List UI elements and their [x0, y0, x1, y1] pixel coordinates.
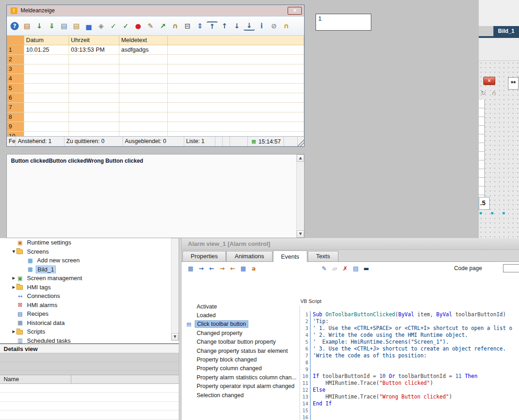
- details-name-column-header[interactable]: Name: [0, 375, 179, 384]
- statistics-list-icon[interactable]: ▅: [83, 21, 94, 32]
- lock-alarm-icon[interactable]: ∩: [170, 21, 181, 32]
- alarm-row[interactable]: 5: [7, 84, 304, 93]
- configuration-dialog-icon[interactable]: ▤: [21, 21, 32, 32]
- export-icon[interactable]: ↗: [157, 21, 168, 32]
- tree-item-historical-data[interactable]: ▦Historical data: [0, 319, 179, 328]
- lock-list-icon[interactable]: ▤: [71, 21, 82, 32]
- alarm-list-icon[interactable]: ↓: [34, 21, 45, 32]
- expand-icon[interactable]: ▶: [11, 285, 16, 289]
- code-line-2[interactable]: 2'Tip:: [300, 318, 519, 325]
- tree-item-hmi-tags[interactable]: ▶HMI tags: [0, 283, 179, 292]
- trace-scrollbar[interactable]: ▲ ▼: [296, 154, 304, 238]
- code-editor[interactable]: 1Sub OnToolbarButtonClicked(ByVal item, …: [300, 306, 519, 420]
- print-icon[interactable]: ⊟: [182, 21, 193, 32]
- code-line-13[interactable]: 13 HMIRuntime.Trace("Wrong Button clicke…: [300, 393, 519, 400]
- alarm-row[interactable]: 9: [7, 122, 304, 132]
- connection-status-icon[interactable]: ▦: [251, 138, 257, 144]
- event-item-property-alarm-statistics-column-chan[interactable]: Property alarm statistics column chan...: [182, 373, 300, 382]
- event-item-property-operator-input-alarm-changed[interactable]: Property operator input alarm changed: [182, 382, 300, 391]
- collapse-icon[interactable]: ▼: [11, 250, 16, 254]
- scroll-down-icon[interactable]: ▼: [171, 333, 178, 340]
- tree-item-connections[interactable]: ↔Connections: [0, 292, 179, 301]
- toolbar-button-event-icon[interactable]: ▤: [185, 321, 193, 327]
- code-line-8[interactable]: 8: [300, 359, 519, 366]
- last-alarm-icon[interactable]: ↓: [244, 21, 255, 31]
- event-item-selection-changed[interactable]: Selection changed: [182, 391, 300, 399]
- code-page-select[interactable]: [503, 264, 519, 272]
- lock-icon[interactable]: ∩: [490, 89, 498, 96]
- code-line-16[interactable]: 16: [300, 414, 519, 420]
- alarm-row[interactable]: 2: [7, 55, 304, 64]
- event-item-loaded[interactable]: Loaded: [182, 311, 300, 319]
- tree-item-bild-1[interactable]: ▦Bild_1: [0, 265, 179, 274]
- alarm-row[interactable]: 10: [7, 132, 304, 136]
- event-item-change-toolbar-button-property[interactable]: Change toolbar button property: [182, 338, 300, 346]
- tab-bild-1[interactable]: Bild_1: [493, 26, 519, 36]
- alarm-row[interactable]: 110.01.2503:13:53 PMasdfgadgs: [7, 45, 304, 55]
- script-wizard-icon[interactable]: ▦: [186, 264, 195, 273]
- edit-script-icon[interactable]: ✎: [320, 264, 329, 273]
- selection-handle[interactable]: [503, 212, 505, 214]
- code-line-5[interactable]: 5' Example: HmiRuntime.Screens("Screen_1…: [300, 339, 519, 346]
- code-line-14[interactable]: 14End If: [300, 400, 519, 407]
- alarm-column-header-meldetext[interactable]: Meldetext: [119, 36, 168, 45]
- tree-item-hmi-alarms[interactable]: ⊠HMI alarms: [0, 301, 179, 310]
- edit-comment-icon[interactable]: ✎: [145, 21, 156, 32]
- event-item-property-column-changed[interactable]: Property column changed: [182, 364, 300, 373]
- first-alarm-icon[interactable]: ↑: [207, 21, 218, 31]
- tree-item-recipes[interactable]: ▤Recipes: [0, 309, 179, 319]
- event-item-click-toolbar-button[interactable]: ▤Click toolbar button: [182, 320, 300, 329]
- insert-lines-icon[interactable]: ▦: [239, 264, 248, 273]
- expand-icon[interactable]: ▶: [11, 276, 16, 280]
- value-text-field[interactable]: 1: [316, 14, 371, 31]
- selection-handle[interactable]: [491, 212, 493, 214]
- tree-item-screen-management[interactable]: ▶▣Screen management: [0, 274, 179, 283]
- tree-item-runtime-settings[interactable]: ▣Runtime settings: [0, 238, 179, 247]
- help-icon[interactable]: ?: [11, 22, 19, 30]
- tree-item-screens[interactable]: ▼Screens: [0, 247, 179, 256]
- acknowledge-icon[interactable]: ✓: [108, 21, 119, 32]
- previous-bookmark-icon[interactable]: ←: [228, 264, 237, 273]
- refresh-icon[interactable]: ↻: [480, 89, 487, 96]
- log-list-icon[interactable]: ▤: [59, 21, 70, 32]
- archive-list-icon[interactable]: ⇓: [46, 21, 57, 32]
- hide-dialog-icon[interactable]: ∩: [281, 21, 292, 32]
- tree-item-add-new-screen[interactable]: ▦Add new screen: [0, 256, 179, 265]
- console-icon[interactable]: ▬: [362, 264, 371, 273]
- alarm-row[interactable]: 6: [7, 93, 304, 103]
- hide-alarm-icon[interactable]: ⊘: [268, 21, 279, 32]
- code-line-9[interactable]: 9: [300, 366, 519, 373]
- alarm-column-header-uhrzeit[interactable]: Uhrzeit: [69, 36, 119, 45]
- tab-texts[interactable]: Texts: [308, 251, 338, 261]
- emergency-acknowledge-icon[interactable]: ●: [133, 21, 144, 32]
- selection-handle[interactable]: [480, 212, 482, 214]
- event-item-activate[interactable]: Activate: [182, 302, 300, 311]
- code-line-1[interactable]: 1Sub OnToolbarButtonClicked(ByVal item, …: [300, 311, 519, 318]
- display-options-icon[interactable]: ◈: [96, 21, 107, 32]
- outdent-icon[interactable]: ←: [207, 264, 216, 273]
- indent-icon[interactable]: →: [197, 264, 206, 273]
- group-acknowledge-icon[interactable]: ✓: [120, 21, 131, 32]
- code-line-3[interactable]: 3' 1. Use the <CTRL+SPACE> or <CTRL+I> s…: [300, 325, 519, 332]
- autoscroll-icon[interactable]: ⇕: [194, 21, 205, 32]
- scroll-down-icon[interactable]: ▼: [297, 230, 304, 238]
- event-item-change-property-status-bar-element[interactable]: Change property status bar element: [182, 346, 300, 355]
- previous-alarm-icon[interactable]: ↑: [219, 21, 230, 32]
- code-line-10[interactable]: 10If toolbarButtonId = 10 Or toolbarButt…: [300, 373, 519, 380]
- tree-scrollbar[interactable]: ▼: [171, 238, 179, 341]
- code-line-12[interactable]: 12Else: [300, 387, 519, 393]
- next-alarm-icon[interactable]: ↓: [231, 21, 242, 32]
- close-icon[interactable]: ×: [288, 7, 302, 15]
- tree-item-scripts[interactable]: ▶Scripts: [0, 327, 179, 336]
- define-tag-icon[interactable]: ▤: [351, 264, 360, 273]
- code-line-6[interactable]: 6' 3. Use the <CTRL+J> shortcut to creat…: [300, 346, 519, 352]
- alarm-column-header-datum[interactable]: Datum: [24, 36, 69, 45]
- event-item-changed-property[interactable]: Changed property: [182, 329, 300, 337]
- copy-icon[interactable]: ▱: [330, 264, 339, 273]
- alarm-row[interactable]: 4: [7, 74, 304, 84]
- code-line-7[interactable]: 7'Write the code as of this position:: [300, 352, 519, 359]
- close-icon[interactable]: ×: [483, 77, 495, 85]
- rename-icon[interactable]: a: [249, 264, 258, 273]
- resize-grip[interactable]: [298, 137, 304, 146]
- alarm-row[interactable]: 8: [7, 112, 304, 122]
